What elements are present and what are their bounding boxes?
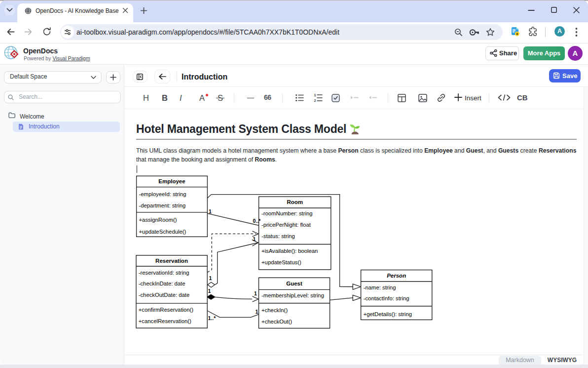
svg-text:-name: string: -name: string xyxy=(364,285,396,290)
svg-text:-contactInfo: string: -contactInfo: string xyxy=(364,295,409,301)
svg-text:+checkIn(): +checkIn() xyxy=(261,307,288,313)
svg-text:+updateSchedule(): +updateSchedule() xyxy=(139,229,186,235)
svg-text:-checkOutDate: date: -checkOutDate: date xyxy=(139,292,190,298)
svg-text:Room: Room xyxy=(287,199,303,205)
svg-text:0..*: 0..* xyxy=(253,218,261,224)
svg-text:+cancelReservation(): +cancelReservation() xyxy=(139,318,191,324)
svg-text:1: 1 xyxy=(256,309,258,315)
svg-text:-status: string: -status: string xyxy=(261,233,295,239)
svg-text:Reservation: Reservation xyxy=(155,258,188,264)
svg-text:Guest: Guest xyxy=(286,281,302,286)
svg-text:+confirmReservation(): +confirmReservation() xyxy=(139,307,194,313)
svg-text:+getDetails(): string: +getDetails(): string xyxy=(364,311,412,317)
svg-text:-reservationId: string: -reservationId: string xyxy=(139,270,189,276)
svg-text:1: 1 xyxy=(253,236,256,242)
svg-text:+assignRoom(): +assignRoom() xyxy=(139,217,177,223)
svg-text:1..*: 1..* xyxy=(208,315,217,321)
svg-text:+updateStatus(): +updateStatus() xyxy=(261,259,301,265)
svg-text:-membershipLevel: string: -membershipLevel: string xyxy=(261,292,324,298)
svg-text:1: 1 xyxy=(209,208,212,214)
svg-text:-employeeId: string: -employeeId: string xyxy=(139,191,186,197)
svg-text:+checkOut(): +checkOut() xyxy=(261,319,292,325)
svg-text:-roomNumber: string: -roomNumber: string xyxy=(261,210,313,216)
svg-text:1: 1 xyxy=(254,290,257,296)
svg-text:+isAvailable(): boolean: +isAvailable(): boolean xyxy=(261,248,318,254)
svg-text:-checkInDate: date: -checkInDate: date xyxy=(139,281,185,286)
svg-text:Person: Person xyxy=(387,273,406,279)
svg-text:1: 1 xyxy=(208,288,211,294)
svg-text:-pricePerNight: float: -pricePerNight: float xyxy=(261,222,311,228)
svg-text:1: 1 xyxy=(209,275,212,281)
svg-text:Employee: Employee xyxy=(158,178,185,184)
svg-text:-department: string: -department: string xyxy=(139,203,186,208)
